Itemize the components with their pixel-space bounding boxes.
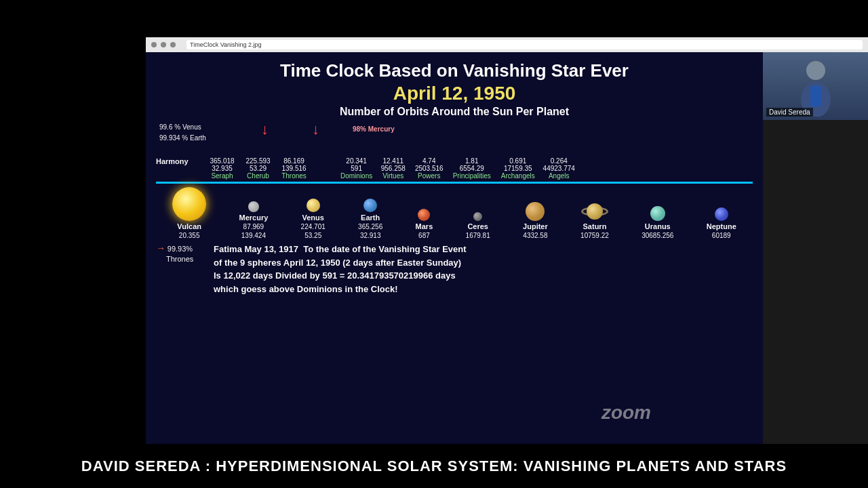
planets-row: Vulcan 20.355 Mercury 87.969 139.424 Ven… <box>156 187 753 239</box>
col-cherub: 225.593 53.29 Cherub <box>243 157 273 180</box>
col-principalities: 1.81 6554.29 Principalities <box>450 157 494 180</box>
bottom-bar: DAVID SEREDA : HYPERDIMENSIONAL SOLAR SY… <box>0 444 868 488</box>
planet-vulcan: Vulcan 20.355 <box>172 187 206 239</box>
thrones-arrow: → <box>156 243 165 253</box>
slide-subtitle: Number of Orbits Around the Sun Per Plan… <box>156 106 753 118</box>
browser-dot-1 <box>151 42 157 47</box>
planet-saturn: Saturn 10759.22 <box>580 202 609 239</box>
red-arrow-2: ↓ <box>312 122 319 137</box>
red-arrow-1: ↓ <box>261 122 269 137</box>
col-thrones: 86.169 139.516 Thrones <box>279 157 309 180</box>
slide-date: April 12, 1950 <box>156 83 753 104</box>
ceres-circle <box>473 212 482 221</box>
uranus-circle <box>650 206 665 221</box>
number-columns: 365.018 32.935 Seraph 225.593 53.29 Cher… <box>207 157 753 180</box>
planet-jupiter: Jupiter 4332.58 <box>523 202 548 239</box>
harmony-label: Harmony <box>156 157 207 165</box>
bottom-text-block: → 99.93% Thrones Fatima May 13, 1917 To … <box>156 243 753 296</box>
planet-ceres: Ceres 1679.81 <box>466 212 490 239</box>
browser-dot-3 <box>170 42 176 47</box>
fatima-text: Fatima May 13, 1917 To the date of the V… <box>214 243 467 296</box>
planet-neptune: Neptune 60189 <box>707 207 736 239</box>
top-bar <box>0 0 868 37</box>
thrones-note-area: → 99.93% Thrones <box>156 243 203 263</box>
pct-labels: 99.6 % Venus 99.934 % Earth <box>159 122 206 144</box>
planet-mercury: Mercury 87.969 139.424 <box>239 201 268 239</box>
speaker-video-panel: David Sereda <box>763 52 868 120</box>
svg-point-0 <box>806 61 825 80</box>
horizontal-line <box>156 182 753 184</box>
col-virtues: 12.411 956.258 Virtues <box>378 157 408 180</box>
vulcan-circle <box>172 187 206 221</box>
url-text: TimeClock Vanishing 2.jpg <box>190 41 262 48</box>
browser-dot-2 <box>161 42 166 47</box>
saturn-with-rings <box>581 202 608 221</box>
thrones-label: Thrones <box>166 255 203 263</box>
venus-circle <box>307 199 320 212</box>
slide-title: Time Clock Based on Vanishing Star Ever <box>156 60 753 81</box>
neptune-circle <box>715 207 728 221</box>
planet-mars: Mars 687 <box>416 209 433 239</box>
zoom-watermark: zoom <box>601 402 651 424</box>
col-powers: 4.74 2503.516 Powers <box>414 157 444 180</box>
browser-url-bar[interactable]: TimeClock Vanishing 2.jpg <box>186 40 863 49</box>
col-angels: 0.264 44923.774 Angels <box>542 157 576 180</box>
col-seraph: 365.018 32.935 Seraph <box>207 157 237 180</box>
svg-rect-2 <box>810 86 821 106</box>
bottom-title: DAVID SEREDA : HYPERDIMENSIONAL SOLAR SY… <box>81 458 787 475</box>
thrones-pct: 99.93% <box>167 245 193 253</box>
earth-circle <box>363 199 377 212</box>
data-numbers-row: Harmony 365.018 32.935 Seraph 225.593 53… <box>156 157 753 180</box>
annotation-area: 99.6 % Venus 99.934 % Earth ↓ ↓ 98% Merc… <box>156 122 753 156</box>
saturn-circle <box>587 203 603 220</box>
window-area: TimeClock Vanishing 2.jpg Time Clock Bas… <box>146 37 868 444</box>
mars-circle <box>418 209 430 221</box>
earth-pct-label: 99.934 % Earth <box>159 133 206 144</box>
speaker-name-label: David Sereda <box>766 108 813 117</box>
planet-uranus: Uranus 30685.256 <box>642 206 673 239</box>
planet-venus: Venus 224.701 53.25 <box>301 199 326 239</box>
mercury-pct-label: 98% Mercury <box>353 125 395 133</box>
col-dominions: 20.341 591 Dominions <box>340 157 372 180</box>
mercury-circle <box>248 201 259 212</box>
col-archangels: 0.691 17159.35 Archangels <box>499 157 536 180</box>
planet-earth: Earth 365.256 32.913 <box>358 199 382 239</box>
venus-pct-label: 99.6 % Venus <box>159 122 206 133</box>
jupiter-circle <box>526 202 545 221</box>
slide-content: Time Clock Based on Vanishing Star Ever … <box>146 52 763 444</box>
browser-chrome: TimeClock Vanishing 2.jpg <box>146 37 868 52</box>
